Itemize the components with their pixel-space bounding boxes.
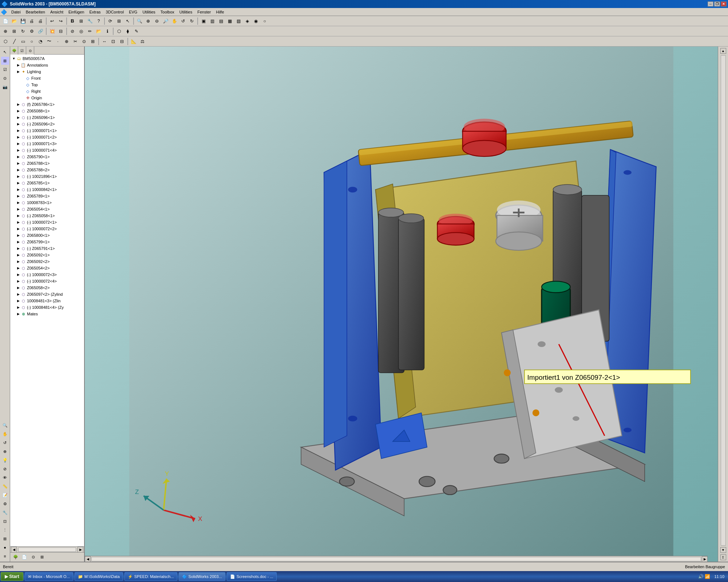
pan-icon[interactable]: ✋ <box>1 430 9 438</box>
tab-property-mgr[interactable]: ☑ <box>18 47 26 55</box>
edit-comp[interactable]: ✏ <box>86 27 94 35</box>
config-mgr-icon[interactable]: ⊙ <box>1 74 9 82</box>
viewport-scroll-track[interactable] <box>91 557 701 561</box>
viewport[interactable]: Importiert1 von Z065097-2<1> X Y Z <box>85 47 718 562</box>
tab-feature-tree[interactable]: 🌳 <box>10 47 18 55</box>
expander-c2[interactable]: ▶ <box>16 109 20 113</box>
annotations-expander[interactable]: ▶ <box>16 63 20 67</box>
zoom-area[interactable]: 🔍 <box>135 17 143 25</box>
tree-c30[interactable]: ▶ ⬡ Z065097<2> (Zylind <box>11 291 83 298</box>
rotate-view-icon[interactable]: ↺ <box>1 439 9 447</box>
tree-c23[interactable]: ▶ ⬡ (-) Z065791<1> <box>11 245 83 252</box>
redo-button[interactable]: ↪ <box>57 17 65 25</box>
undo-button[interactable]: ↩ <box>48 17 56 25</box>
expander-c25[interactable]: ▶ <box>16 259 20 264</box>
expander-c21[interactable]: ▶ <box>16 233 20 238</box>
tree-c32[interactable]: ▶ ⬡ (-) 10008481<4> (Zy <box>11 304 83 311</box>
tree-annotations[interactable]: ▶ 📋 Annotations <box>11 62 83 68</box>
feature-tree[interactable]: ▼ 🗂 BM500057A ▶ 📋 Annotations ▶ ✦ Lighti… <box>10 55 84 546</box>
expander-c6[interactable]: ▶ <box>16 135 20 139</box>
sketch-button[interactable]: ✎ <box>132 27 141 35</box>
3dsketch-button[interactable]: ⬡ <box>1 37 9 45</box>
taskbar-solidworks-data[interactable]: 📁 M:\SolidWorks\Data <box>75 572 123 581</box>
tree-c4[interactable]: ▶ ⬡ (-) Z065096<2> <box>11 121 83 127</box>
tree-front[interactable]: ◇ Front <box>11 75 83 81</box>
tree-scroll-track[interactable] <box>18 547 76 552</box>
zoom-fit[interactable]: ⊕ <box>144 17 152 25</box>
collapse[interactable]: ⊟ <box>57 27 65 35</box>
rebuild-button[interactable]: B <box>68 17 76 25</box>
tree-c26[interactable]: ▶ ⬡ Z065054<2> <box>11 265 83 271</box>
expander-c3[interactable]: ▶ <box>16 115 20 120</box>
mates-expander[interactable]: ▶ <box>16 312 20 316</box>
grid-button[interactable]: ⊞ <box>115 17 123 25</box>
menu-3dcontrol[interactable]: 3DControl <box>104 9 126 15</box>
ref-icon[interactable]: ⋮ <box>1 526 9 534</box>
minimize-button[interactable]: ─ <box>708 1 713 7</box>
expander-c31[interactable]: ▶ <box>16 299 20 303</box>
menu-utilities2[interactable]: Utilities <box>177 9 194 15</box>
expander-c30[interactable]: ▶ <box>16 292 20 296</box>
dim-button[interactable]: ↔ <box>100 37 108 45</box>
assem-features[interactable]: ⬡ <box>115 27 123 35</box>
tree-c5[interactable]: ▶ ⬡ (-) 10000071<1> <box>11 127 83 134</box>
spline-button[interactable]: 〜 <box>45 37 53 45</box>
tree-c17[interactable]: ▶ ⬡ Z065054<1> <box>11 206 83 212</box>
expander-c24[interactable]: ▶ <box>16 253 20 257</box>
menu-toolbox[interactable]: Toolbox <box>158 9 177 15</box>
line-button[interactable]: ╱ <box>10 37 18 45</box>
expander-c10[interactable]: ▶ <box>16 161 20 166</box>
tree-icon3[interactable]: ⊙ <box>29 553 37 561</box>
tree-c14[interactable]: ▶ ⬡ (-) 10000842<1> <box>11 186 83 193</box>
expander-c32[interactable]: ▶ <box>16 305 20 310</box>
print2-button[interactable]: 🖨 <box>36 17 44 25</box>
tools-icon[interactable]: 🔧 <box>1 509 9 517</box>
tree-c19[interactable]: ▶ ⬡ (-) 10000072<1> <box>11 219 83 226</box>
menu-extras[interactable]: Extras <box>87 9 103 15</box>
expander-c19[interactable]: ▶ <box>16 220 20 224</box>
close-button[interactable]: ✕ <box>721 1 727 7</box>
tree-c27[interactable]: ▶ ⬡ (-) 10000072<3> <box>11 271 83 278</box>
view-right[interactable]: ▦ <box>226 17 234 25</box>
macro-icon[interactable]: ⊡ <box>1 517 9 525</box>
expander-c7[interactable]: ▶ <box>16 141 20 146</box>
expander-c9[interactable]: ▶ <box>16 155 20 159</box>
normal-icon[interactable]: ⊕ <box>1 447 9 455</box>
hide-icon[interactable]: 👁 <box>1 474 9 482</box>
addrelation-button[interactable]: ⊡ <box>109 37 117 45</box>
expander-c27[interactable]: ▶ <box>16 272 20 277</box>
dynamic-clear[interactable]: ◎ <box>77 27 85 35</box>
viewport-scroll-down[interactable]: ▼ <box>720 547 726 553</box>
viewport-scroll-up[interactable]: ▲ <box>720 48 726 54</box>
expander-c23[interactable]: ▶ <box>16 246 20 251</box>
pan-button[interactable]: ✋ <box>170 17 178 25</box>
pattern-icon[interactable]: ⊞ <box>1 535 9 543</box>
tree-mates[interactable]: ▶ ⊕ Mates <box>11 311 83 317</box>
tree-c29[interactable]: ▶ ⬡ Z065058<2> <box>11 284 83 291</box>
explode[interactable]: 💥 <box>48 27 56 35</box>
tree-c24[interactable]: ▶ ⬡ Z065092<1> <box>11 252 83 258</box>
tree-c10[interactable]: ▶ ⬡ Z065788<1> <box>11 160 83 167</box>
addrelation2-button[interactable]: ⊟ <box>118 37 126 45</box>
menu-datei[interactable]: Datei <box>9 9 23 15</box>
property-mgr-icon[interactable]: ☑ <box>1 65 9 73</box>
rotate3d2-button[interactable]: ↻ <box>188 17 196 25</box>
rotate-comp[interactable]: ↻ <box>19 27 27 35</box>
tree-c28[interactable]: ▶ ⬡ (-) 10000072<4> <box>11 278 83 284</box>
view-left[interactable]: ▤ <box>217 17 225 25</box>
lights-icon[interactable]: 💡 <box>1 456 9 464</box>
trim-button[interactable]: ✂ <box>71 37 79 45</box>
save-button[interactable]: 💾 <box>19 17 27 25</box>
offset-button[interactable]: ⊙ <box>80 37 88 45</box>
vscroll-track[interactable] <box>721 55 726 546</box>
cam-icon[interactable]: 📷 <box>1 83 9 91</box>
menu-fenster[interactable]: Fenster <box>195 9 213 15</box>
menu-evg[interactable]: EVG <box>127 9 139 15</box>
menu-bearbeiten[interactable]: Bearbeiten <box>24 9 47 15</box>
tree-c3[interactable]: ▶ ⬡ (-) Z065096<1> <box>11 114 83 121</box>
viewport-scroll-right[interactable]: ▶ <box>702 556 708 562</box>
tree-icon2[interactable]: 📄 <box>20 553 28 561</box>
ref-geom[interactable]: ⧫ <box>124 27 132 35</box>
tree-right[interactable]: ◇ Right <box>11 88 83 95</box>
feature-mgr-icon[interactable]: ⊞ <box>1 57 9 65</box>
